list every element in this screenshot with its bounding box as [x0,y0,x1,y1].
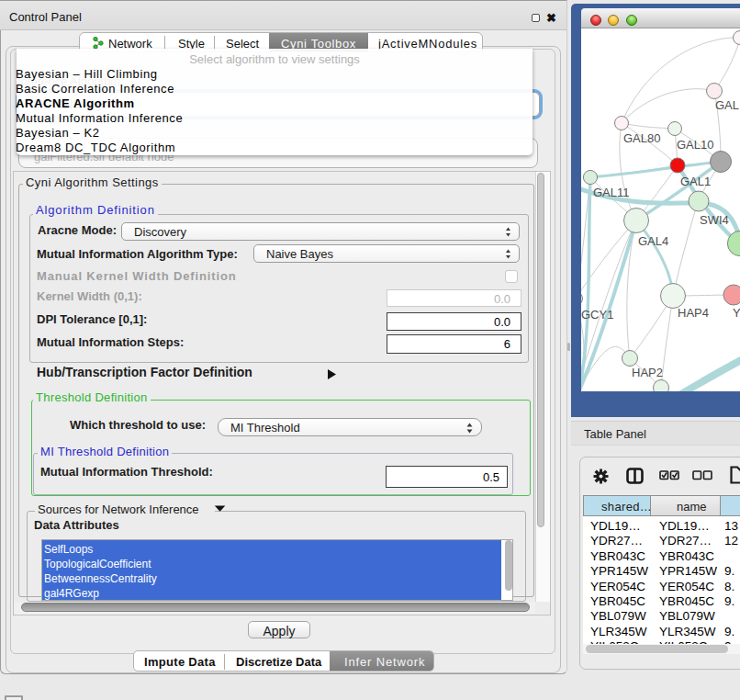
svg-text:Y: Y [733,306,740,320]
svg-text:GAL: GAL [715,98,739,112]
svg-text:GAL80: GAL80 [623,131,660,145]
svg-text:HAP2: HAP2 [632,366,663,379]
svg-text:GAL1: GAL1 [680,175,711,188]
svg-text:GAL10: GAL10 [677,138,713,152]
svg-text:GAL11: GAL11 [593,186,630,199]
svg-text:GCY1: GCY1 [581,308,613,322]
svg-text:HAP4: HAP4 [678,306,709,320]
svg-text:SWI4: SWI4 [700,213,729,227]
svg-text:GAL4: GAL4 [638,234,668,248]
